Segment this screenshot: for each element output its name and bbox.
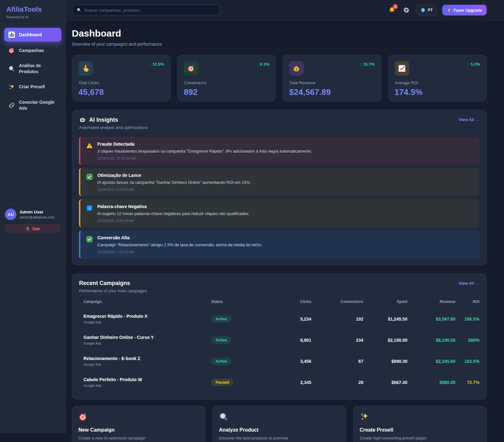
recent-campaigns-panel: Recent Campaigns Performance of your mai… bbox=[72, 273, 487, 399]
upgrade-label: Fazer Upgrade bbox=[454, 8, 482, 13]
alert-title: Fraude Detectada bbox=[97, 142, 312, 147]
stat-label: Total Revenue bbox=[289, 80, 375, 85]
status-badge: Paused bbox=[211, 379, 233, 386]
gear-icon bbox=[403, 7, 410, 14]
campaign-name: Ganhar Dinheiro Online - Curso Y bbox=[83, 335, 211, 340]
page-title: Dashboard bbox=[72, 28, 487, 39]
roi-cell: 72.7% bbox=[455, 372, 479, 393]
status-badge: Active bbox=[211, 315, 231, 323]
info-icon bbox=[86, 205, 93, 212]
alert-description: IA sugeriu 12 novas palavras-chave negat… bbox=[97, 211, 249, 216]
sidebar-item-campanhas[interactable]: Campanhas bbox=[4, 44, 61, 57]
pointer-icon bbox=[82, 64, 90, 73]
magnifier-icon bbox=[219, 412, 228, 422]
campaign-name: Relacionamento - E-book Z bbox=[83, 356, 211, 361]
stat-card-average-roi: ↑ 5.2%Average ROI174.5% bbox=[388, 55, 487, 102]
action-card-create-presell[interactable]: Create PresellCreate high-converting pre… bbox=[353, 406, 487, 442]
insight-alert-palavra-chave-negativa: Palavra-chave NegativaIA sugeriu 12 nova… bbox=[79, 199, 479, 227]
logo-box: AfiliaTools Powered by AI bbox=[0, 0, 66, 24]
search-wrap bbox=[72, 5, 220, 15]
action-description: Create a new AI-optimized campaign bbox=[78, 436, 199, 440]
roi-cell: 163.5% bbox=[455, 351, 479, 372]
roi-cell: 290% bbox=[455, 329, 479, 351]
campaign-row-relacionamento-e-book-z: Relacionamento - E-book ZGoogle AdsActiv… bbox=[79, 351, 479, 372]
language-button[interactable]: PT bbox=[416, 5, 437, 15]
insight-alert-fraude-detectada: Fraude Detectada3 cliques fraudulentos b… bbox=[79, 137, 479, 165]
bolt-icon bbox=[447, 8, 451, 12]
moneybag-icon: $ bbox=[292, 64, 301, 73]
avatar: AU bbox=[5, 209, 16, 220]
sidebar-item-dashboard[interactable]: Dashboard bbox=[4, 28, 61, 42]
spent-cell: $1,245.50 bbox=[363, 308, 407, 330]
column-header-spent: Spent bbox=[363, 300, 407, 308]
target-icon bbox=[8, 47, 15, 54]
campaign-row-ganhar-dinheiro-online-curso-y: Ganhar Dinheiro Online - Curso YGoogle A… bbox=[79, 329, 479, 351]
stat-change-badge: ↑ 8.3% bbox=[257, 62, 269, 67]
action-card-analyze-product[interactable]: Analyze ProductDiscover the best product… bbox=[212, 406, 346, 442]
insights-title: AI Insights bbox=[89, 117, 118, 123]
notifications-button[interactable]: 3 bbox=[387, 5, 397, 15]
sidebar-item-analise-de-produtos[interactable]: Análise de Produtos bbox=[4, 59, 61, 78]
stat-value: 892 bbox=[184, 87, 270, 97]
stat-icon-box: $ bbox=[289, 61, 304, 76]
sidebar-item-criar-presell[interactable]: Criar Presell bbox=[4, 80, 61, 94]
column-header-conversions: Conversions bbox=[311, 300, 363, 308]
target-icon bbox=[78, 412, 88, 422]
stat-card-total-clicks: ↑ 12.5%Total Clicks45,678 bbox=[72, 55, 171, 102]
action-title: Create Presell bbox=[360, 427, 480, 433]
app-root: AfiliaTools Powered by AI DashboardCampa… bbox=[0, 0, 504, 433]
stat-value: 45,678 bbox=[78, 87, 164, 97]
alert-timestamp: 11/16/2025, 7:20:00 AM bbox=[97, 250, 263, 254]
sparkles-icon bbox=[8, 84, 15, 90]
notification-badge: 3 bbox=[393, 4, 398, 9]
stat-label: Average ROI bbox=[395, 80, 480, 85]
page-subtitle: Overview of your campaigns and performan… bbox=[72, 42, 487, 47]
barchart-icon bbox=[8, 31, 15, 38]
stat-icon-box bbox=[184, 61, 198, 76]
content: Dashboard Overview of your campaigns and… bbox=[66, 20, 504, 442]
roi-cell: 186.5% bbox=[455, 308, 479, 330]
insights-view-all-link[interactable]: View All → bbox=[459, 116, 479, 122]
alert-timestamp: 11/16/2025, 10:30:00 AM bbox=[97, 156, 312, 160]
sidebar-item-conectar-google-ads[interactable]: Conectar Google Ads bbox=[4, 96, 61, 115]
sidebar-item-label: Criar Presell bbox=[19, 84, 45, 90]
logout-button[interactable]: Sair bbox=[5, 224, 60, 233]
language-label: PT bbox=[428, 8, 432, 12]
stat-change-badge: ↑ 15.7% bbox=[360, 62, 375, 67]
logout-label: Sair bbox=[32, 226, 40, 231]
status-badge: Active bbox=[211, 358, 231, 365]
check-icon bbox=[86, 236, 93, 243]
campaigns-view-all-link[interactable]: View All → bbox=[459, 280, 479, 286]
search-input[interactable] bbox=[72, 5, 220, 15]
stat-change-badge: ↑ 5.2% bbox=[467, 62, 480, 67]
app-tagline: Powered by AI bbox=[6, 15, 59, 19]
revenue-cell: $980.00 bbox=[407, 372, 455, 393]
settings-button[interactable] bbox=[402, 5, 411, 15]
spent-cell: $890.30 bbox=[363, 351, 407, 372]
action-title: New Campaign bbox=[78, 427, 199, 433]
chartup-icon bbox=[398, 64, 406, 73]
action-card-new-campaign[interactable]: New CampaignCreate a new AI-optimized ca… bbox=[72, 406, 205, 442]
magnifier-icon bbox=[8, 65, 15, 72]
user-section: AU Admin User admin@afiliatools.com Sair bbox=[0, 204, 66, 238]
stat-icon-box bbox=[78, 61, 93, 76]
revenue-cell: $3,567.80 bbox=[407, 308, 455, 330]
target-icon bbox=[187, 64, 195, 73]
sidebar-item-label: Campanhas bbox=[19, 48, 44, 54]
sidebar-item-label: Dashboard bbox=[19, 32, 42, 38]
campaign-row-emagrecer-rapido-produto-x: Emagrecer Rápido - Produto XGoogle AdsAc… bbox=[79, 308, 479, 330]
upgrade-button[interactable]: Fazer Upgrade bbox=[442, 5, 487, 15]
alert-title: Otimização de Lance bbox=[97, 173, 251, 178]
sidebar-item-label: Análise de Produtos bbox=[19, 63, 57, 75]
campaign-name: Cabelo Perfeito - Produto W bbox=[83, 377, 211, 382]
link-icon bbox=[8, 102, 15, 109]
conversions-cell: 234 bbox=[311, 329, 363, 351]
insights-subtitle: Automated analysis and optimizations bbox=[79, 125, 148, 130]
conversions-cell: 102 bbox=[311, 308, 363, 330]
warning-icon bbox=[86, 142, 93, 149]
column-header-roi: ROI bbox=[455, 300, 479, 308]
clicks-cell: 8,901 bbox=[267, 329, 311, 351]
app-logo: AfiliaTools bbox=[6, 5, 59, 14]
ai-insights-panel: AI Insights Automated analysis and optim… bbox=[72, 110, 487, 265]
table-body: Emagrecer Rápido - Produto XGoogle AdsAc… bbox=[79, 308, 479, 393]
